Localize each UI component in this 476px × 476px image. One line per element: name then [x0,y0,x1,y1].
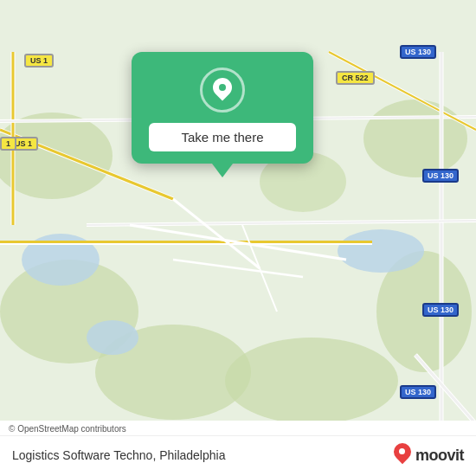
svg-point-5 [225,338,398,424]
location-popup: Take me there [132,52,313,164]
take-me-there-button[interactable]: Take me there [149,123,296,151]
highway-badge-us130-top: US 130 [400,45,436,59]
svg-point-9 [87,320,138,355]
svg-point-2 [363,100,467,177]
attribution-symbol: © [9,424,15,434]
highway-badge-us130-lower: US 130 [422,303,459,317]
highway-badge-us1-top: US 1 [24,54,54,68]
moovit-pin-icon [393,443,412,467]
map-container: US 1 US 1 1 US 130 US 130 US 130 US 130 … [0,0,476,476]
moovit-logo: moovit [393,443,464,467]
highway-badge-us130-bottom: US 130 [400,385,436,399]
moovit-logo-text: moovit [415,447,464,465]
highway-badge-us130-mid: US 130 [422,169,459,183]
map-attribution: © OpenStreetMap contributors [0,421,476,435]
bottom-bar: © OpenStreetMap contributors Logistics S… [0,421,476,476]
svg-point-10 [338,229,424,273]
location-pin-icon [210,78,235,102]
highway-badge-1-only: 1 [0,137,16,151]
highway-badge-cr522: CR 522 [336,71,375,85]
attribution-text: OpenStreetMap contributors [17,424,126,434]
location-icon-circle [200,68,245,113]
place-name: Logistics Software Techno, Philadelphia [12,448,225,462]
place-info-bar: Logistics Software Techno, Philadelphia … [0,435,476,476]
